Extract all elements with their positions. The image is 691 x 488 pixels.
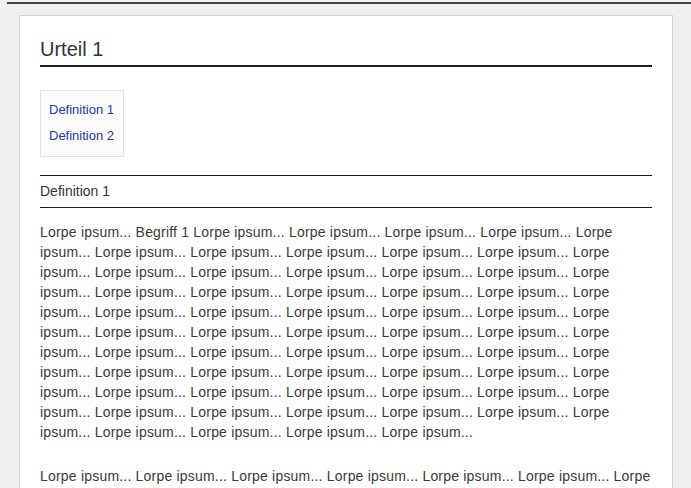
definition-links-box: Definition 1 Definition 2 [40, 90, 124, 157]
paragraph-lorem-1: Lorpe ipsum... Begriff 1 Lorpe ipsum... … [40, 222, 652, 442]
content-panel: Urteil 1 Definition 1 Definition 2 Defin… [19, 15, 673, 488]
section-heading-definition-1: Definition 1 [40, 175, 652, 208]
definition-2-link[interactable]: Definition 2 [49, 129, 114, 143]
paragraph-lorem-2: Lorpe ipsum... Lorpe ipsum... Lorpe ipsu… [40, 466, 652, 488]
definition-1-link[interactable]: Definition 1 [49, 103, 114, 117]
page-title: Urteil 1 [40, 37, 652, 67]
window-top-edge [7, 2, 691, 4]
